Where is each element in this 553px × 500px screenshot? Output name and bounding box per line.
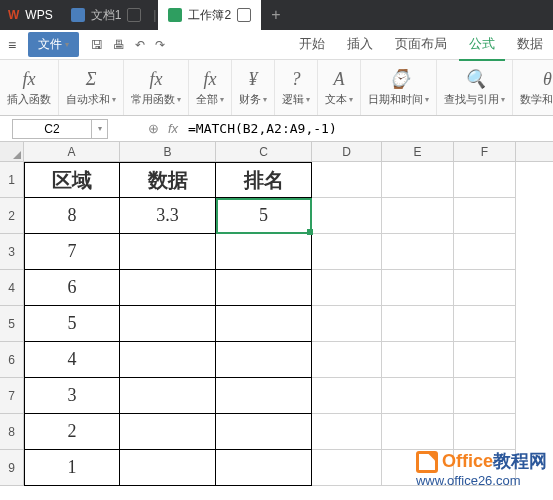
cell[interactable]	[382, 162, 454, 198]
formula-bar-input[interactable]	[184, 119, 553, 139]
col-head-a[interactable]: A	[24, 142, 120, 161]
tab-data[interactable]: 数据	[507, 29, 553, 61]
cell[interactable]	[120, 270, 216, 306]
name-box-input[interactable]	[12, 119, 92, 139]
cell[interactable]	[216, 306, 312, 342]
cell[interactable]	[312, 378, 382, 414]
doc-tab-2[interactable]: 工作簿2	[158, 0, 261, 30]
col-head-f[interactable]: F	[454, 142, 516, 161]
cell[interactable]: 7	[24, 234, 120, 270]
ribbon-logic[interactable]: ?逻辑▾	[275, 60, 318, 115]
undo-icon[interactable]: ↶	[135, 38, 145, 52]
cell[interactable]	[312, 198, 382, 234]
cell[interactable]	[312, 270, 382, 306]
row-head[interactable]: 6	[0, 342, 24, 378]
cell[interactable]	[382, 414, 454, 450]
cell[interactable]: 2	[24, 414, 120, 450]
ribbon-datetime[interactable]: ⌚日期和时间▾	[361, 60, 437, 115]
row-head[interactable]: 5	[0, 306, 24, 342]
row-head[interactable]: 4	[0, 270, 24, 306]
row-head[interactable]: 8	[0, 414, 24, 450]
doc-tab-1[interactable]: 文档1	[61, 0, 152, 30]
cell[interactable]	[454, 270, 516, 306]
col-head-c[interactable]: C	[216, 142, 312, 161]
wps-home-tab[interactable]: WWPS	[0, 0, 61, 30]
cell[interactable]	[454, 414, 516, 450]
cell[interactable]	[120, 414, 216, 450]
cell[interactable]: 区域	[24, 162, 120, 198]
cell[interactable]: 1	[24, 450, 120, 486]
row-head[interactable]: 2	[0, 198, 24, 234]
cell[interactable]	[120, 378, 216, 414]
tab-insert[interactable]: 插入	[337, 29, 383, 61]
fx-icon[interactable]: fx	[164, 120, 182, 138]
cell[interactable]	[454, 234, 516, 270]
cell[interactable]	[454, 198, 516, 234]
cell[interactable]	[312, 450, 382, 486]
cell[interactable]	[382, 342, 454, 378]
ribbon-math[interactable]: θ数学和三角	[513, 60, 553, 115]
cell[interactable]: 数据	[120, 162, 216, 198]
cell[interactable]	[120, 450, 216, 486]
cell[interactable]	[382, 234, 454, 270]
cell[interactable]	[216, 270, 312, 306]
cell[interactable]	[312, 306, 382, 342]
cell[interactable]: 6	[24, 270, 120, 306]
print-icon[interactable]: 🖶	[113, 38, 125, 52]
row-head[interactable]: 1	[0, 162, 24, 198]
zoom-icon[interactable]: ⊕	[144, 120, 162, 138]
ribbon-insert-fn[interactable]: fx插入函数	[0, 60, 59, 115]
cell[interactable]	[454, 306, 516, 342]
save-icon[interactable]: 🖫	[91, 38, 103, 52]
file-menu[interactable]: 文件▾	[28, 32, 79, 57]
cell[interactable]	[120, 306, 216, 342]
col-head-b[interactable]: B	[120, 142, 216, 161]
cell[interactable]	[216, 342, 312, 378]
menu-icon[interactable]: ≡	[0, 37, 24, 53]
row-head[interactable]: 9	[0, 450, 24, 486]
redo-icon[interactable]: ↷	[155, 38, 165, 52]
cell[interactable]	[120, 342, 216, 378]
cell[interactable]	[382, 270, 454, 306]
cell[interactable]	[382, 378, 454, 414]
cell[interactable]: 5	[24, 306, 120, 342]
cell[interactable]	[216, 234, 312, 270]
cell[interactable]	[120, 234, 216, 270]
select-all-corner[interactable]	[0, 142, 24, 161]
table-row: 46	[0, 270, 553, 306]
ribbon-finance[interactable]: ¥财务▾	[232, 60, 275, 115]
ribbon-common-fn[interactable]: fx常用函数▾	[124, 60, 189, 115]
cell[interactable]	[312, 342, 382, 378]
col-head-e[interactable]: E	[382, 142, 454, 161]
name-box-dropdown[interactable]: ▾	[92, 119, 108, 139]
tab-start[interactable]: 开始	[289, 29, 335, 61]
cell[interactable]	[454, 162, 516, 198]
cell[interactable]: 5	[216, 198, 312, 234]
new-tab[interactable]: +	[261, 0, 290, 30]
cell[interactable]	[216, 378, 312, 414]
row-head[interactable]: 3	[0, 234, 24, 270]
ribbon-all-fn[interactable]: fx全部▾	[189, 60, 232, 115]
cell[interactable]	[312, 234, 382, 270]
cell[interactable]: 排名	[216, 162, 312, 198]
cell[interactable]: 8	[24, 198, 120, 234]
cell[interactable]	[382, 198, 454, 234]
cell[interactable]	[312, 414, 382, 450]
cell[interactable]: 4	[24, 342, 120, 378]
cell[interactable]	[312, 162, 382, 198]
tab-layout[interactable]: 页面布局	[385, 29, 457, 61]
ribbon-text[interactable]: A文本▾	[318, 60, 361, 115]
cell[interactable]	[382, 306, 454, 342]
cell[interactable]	[454, 342, 516, 378]
cell[interactable]: 3.3	[120, 198, 216, 234]
ribbon-autosum[interactable]: Σ自动求和▾	[59, 60, 124, 115]
col-head-d[interactable]: D	[312, 142, 382, 161]
cell[interactable]	[216, 450, 312, 486]
row-head[interactable]: 7	[0, 378, 24, 414]
cell[interactable]	[216, 414, 312, 450]
ribbon-lookup[interactable]: 🔍查找与引用▾	[437, 60, 513, 115]
tab-formula[interactable]: 公式	[459, 29, 505, 61]
cell[interactable]	[454, 378, 516, 414]
cell[interactable]: 3	[24, 378, 120, 414]
name-box[interactable]: ▾	[12, 119, 132, 139]
